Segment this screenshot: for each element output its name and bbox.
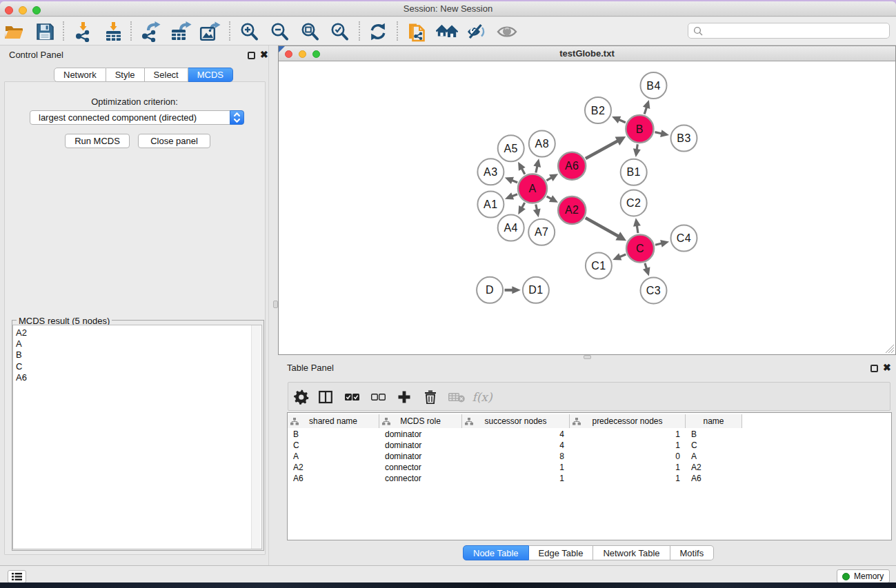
- table-cell[interactable]: 0: [570, 451, 686, 462]
- split-divider-handle[interactable]: [273, 301, 278, 308]
- table-cell[interactable]: 1: [570, 462, 686, 473]
- graph-edge[interactable]: [536, 205, 537, 210]
- memory-button[interactable]: Memory: [837, 569, 890, 582]
- first-neighbors-icon[interactable]: [436, 21, 458, 43]
- zoom-selected-icon[interactable]: [328, 21, 350, 43]
- task-history-button[interactable]: [8, 570, 26, 582]
- gear-icon[interactable]: [290, 386, 312, 408]
- graph-edge[interactable]: [637, 225, 638, 233]
- table-cell[interactable]: dominator: [379, 451, 462, 462]
- close-panel-icon[interactable]: ✖: [260, 48, 268, 61]
- apply-layout-icon[interactable]: [367, 21, 389, 43]
- graph-edge[interactable]: [644, 107, 646, 114]
- mcds-result-list[interactable]: A2ABCA6: [12, 325, 262, 549]
- open-session-icon[interactable]: [3, 21, 25, 43]
- graph-edge[interactable]: [586, 141, 618, 159]
- graph-edge[interactable]: [521, 168, 525, 174]
- column-header-predecessor-nodes[interactable]: predecessor nodes: [570, 414, 686, 428]
- column-header-shared-name[interactable]: shared name: [288, 414, 379, 428]
- table-row[interactable]: Cdominator41C: [288, 440, 742, 451]
- tab-node-table[interactable]: Node Table: [463, 545, 529, 560]
- table-cell[interactable]: dominator: [379, 440, 462, 451]
- run-mcds-button[interactable]: Run MCDS: [65, 134, 130, 148]
- graph-edge[interactable]: [522, 203, 525, 207]
- result-item[interactable]: A6: [13, 372, 261, 383]
- table-cell[interactable]: 1: [462, 462, 570, 473]
- tab-select[interactable]: Select: [145, 68, 188, 82]
- network-canvas[interactable]: AA6A2BCA1A3A4A5A7A8B1B2B3B4C1C2C3C4DD1: [279, 61, 895, 354]
- column-header-name[interactable]: name: [686, 414, 742, 428]
- tab-network[interactable]: Network: [54, 68, 106, 82]
- tab-mcds[interactable]: MCDS: [188, 68, 233, 82]
- graph-edge[interactable]: [512, 194, 517, 196]
- table-row[interactable]: A2connector11A2: [288, 462, 742, 473]
- table-cell[interactable]: dominator: [379, 429, 462, 440]
- tab-edge-table[interactable]: Edge Table: [529, 545, 594, 560]
- table-row[interactable]: Adominator80A: [288, 451, 742, 462]
- table-cell[interactable]: 1: [570, 440, 686, 451]
- function-builder-icon[interactable]: f(x): [469, 386, 495, 408]
- table-cell[interactable]: A2: [686, 462, 742, 473]
- graph-edge[interactable]: [546, 178, 551, 181]
- graph-edge[interactable]: [619, 119, 626, 122]
- split-divider-handle[interactable]: [584, 355, 591, 359]
- result-item[interactable]: B: [13, 349, 261, 361]
- delete-table-icon[interactable]: [446, 386, 468, 408]
- hide-selected-icon[interactable]: [466, 21, 488, 43]
- export-network-icon[interactable]: [139, 21, 161, 43]
- tab-style[interactable]: Style: [106, 68, 145, 82]
- table-cell[interactable]: C: [686, 440, 742, 451]
- zoom-in-icon[interactable]: [238, 21, 260, 43]
- table-cell[interactable]: C: [288, 440, 379, 451]
- import-network-icon[interactable]: [72, 21, 94, 43]
- import-table-icon[interactable]: [102, 21, 124, 43]
- result-item[interactable]: A2: [13, 327, 261, 338]
- float-panel-icon[interactable]: [870, 365, 878, 372]
- export-table-icon[interactable]: [170, 21, 192, 43]
- graph-edge[interactable]: [619, 254, 626, 257]
- table-cell[interactable]: 1: [570, 429, 686, 440]
- table-cell[interactable]: 1: [570, 473, 686, 484]
- table-cell[interactable]: B: [288, 429, 379, 440]
- search-field[interactable]: [688, 23, 890, 39]
- graph-edge[interactable]: [637, 144, 637, 150]
- zoom-fit-icon[interactable]: [299, 21, 321, 43]
- table-cell[interactable]: connector: [379, 462, 462, 473]
- graph-edge[interactable]: [536, 166, 537, 173]
- close-panel-button[interactable]: Close panel: [138, 134, 210, 148]
- graph-edge[interactable]: [655, 132, 661, 134]
- search-input[interactable]: [706, 25, 886, 37]
- column-header-successor-nodes[interactable]: successor nodes: [462, 414, 570, 428]
- result-item[interactable]: A: [13, 338, 261, 349]
- split-column-icon[interactable]: [315, 386, 337, 408]
- criterion-dropdown[interactable]: largest connected component (directed): [30, 110, 244, 125]
- column-header-MCDS-role[interactable]: MCDS role: [379, 414, 462, 428]
- tab-motifs[interactable]: Motifs: [670, 545, 715, 560]
- new-network-from-selection-icon[interactable]: [406, 21, 428, 43]
- deselect-all-icon[interactable]: [367, 386, 389, 408]
- table-cell[interactable]: 4: [462, 429, 570, 440]
- table-cell[interactable]: 4: [462, 440, 570, 451]
- zoom-out-icon[interactable]: [268, 21, 290, 43]
- graph-edge[interactable]: [586, 218, 619, 236]
- export-image-icon[interactable]: [199, 21, 221, 43]
- table-cell[interactable]: A6: [288, 473, 379, 484]
- table-cell[interactable]: 8: [462, 451, 570, 462]
- table-cell[interactable]: A: [686, 451, 742, 462]
- float-panel-icon[interactable]: [248, 52, 255, 59]
- graph-edge[interactable]: [645, 263, 647, 269]
- result-scrollbar[interactable]: [251, 325, 261, 549]
- graph-edge[interactable]: [512, 181, 517, 183]
- table-cell[interactable]: B: [686, 429, 742, 440]
- delete-column-icon[interactable]: [419, 386, 441, 408]
- table-row[interactable]: A6connector11A6: [288, 473, 742, 484]
- graph-edge[interactable]: [655, 243, 661, 245]
- save-session-icon[interactable]: [34, 21, 56, 43]
- add-column-icon[interactable]: [393, 386, 415, 408]
- show-all-icon[interactable]: [496, 21, 518, 43]
- graph-edge[interactable]: [547, 196, 552, 199]
- resize-grip-icon[interactable]: [885, 344, 895, 354]
- node-table[interactable]: shared nameMCDS rolesuccessor nodesprede…: [287, 412, 892, 540]
- tab-network-table[interactable]: Network Table: [593, 545, 670, 560]
- close-panel-icon[interactable]: ✖: [883, 361, 891, 374]
